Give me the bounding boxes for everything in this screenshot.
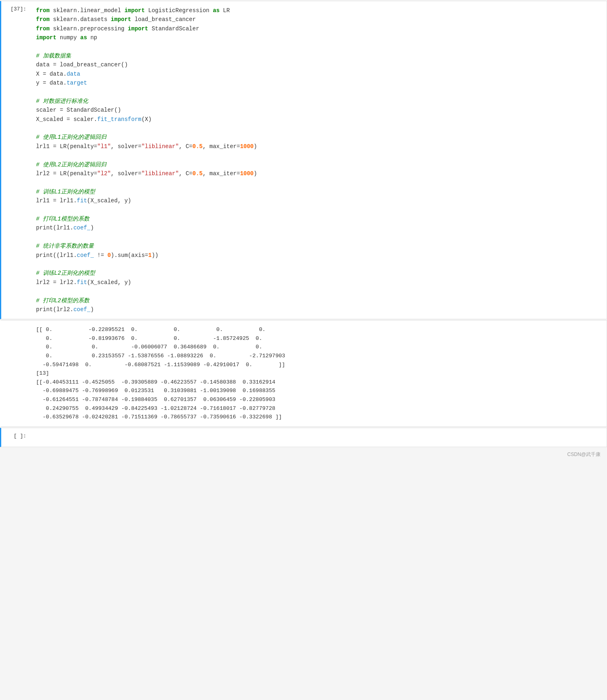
code-line <box>36 124 600 133</box>
code-line: scaler = StandardScaler() <box>36 106 600 115</box>
code-line: import numpy as np <box>36 33 600 42</box>
code-line <box>36 151 600 160</box>
code-line: X = data.data <box>36 70 600 78</box>
code-line: # 统计非零系数的数量 <box>36 242 600 250</box>
code-line: # 训练L2正则化的模型 <box>36 269 600 278</box>
empty-cell-label: [ ]: <box>1 428 30 447</box>
code-line: y = data.target <box>36 78 600 87</box>
code-line: lrl2 = LR(penalty="l2", solver="liblinea… <box>36 169 600 178</box>
code-line: print(lrl1.coef_) <box>36 223 600 232</box>
watermark: CSDN@武千康 <box>0 448 607 461</box>
cell-37-label: [37]: <box>1 1 30 319</box>
code-line: data = load_breast_cancer() <box>36 60 600 69</box>
code-line: lrl1 = lrl1.fit(X_scaled, y) <box>36 196 600 205</box>
code-line: # 对数据进行标准化 <box>36 97 600 106</box>
code-line <box>36 233 600 242</box>
code-line: from sklearn.datasets import load_breast… <box>36 15 600 24</box>
code-line: # 打印L1模型的系数 <box>36 214 600 223</box>
code-line <box>36 178 600 187</box>
code-line: # 训练L1正则化的模型 <box>36 187 600 196</box>
code-line: from sklearn.linear_model import Logisti… <box>36 6 600 15</box>
cell-output-label <box>1 320 30 426</box>
notebook: [37]: from sklearn.linear_model import L… <box>0 1 607 700</box>
empty-cell-content[interactable] <box>30 428 607 447</box>
code-line: X_scaled = scaler.fit_transform(X) <box>36 115 600 124</box>
code-line: # 使用L2正则化的逻辑回归 <box>36 160 600 169</box>
cell-37-code[interactable]: from sklearn.linear_model import Logisti… <box>30 1 607 319</box>
code-line: # 加载数据集 <box>36 51 600 60</box>
code-line <box>36 287 600 296</box>
code-line: print((lrl1.coef_ != 0).sum(axis=1)) <box>36 251 600 260</box>
code-line: from sklearn.preprocessing import Standa… <box>36 24 600 33</box>
code-line: lrl1 = LR(penalty="l1", solver="liblinea… <box>36 142 600 151</box>
empty-cell[interactable]: [ ]: <box>0 428 607 447</box>
code-line <box>36 42 600 51</box>
code-line: lrl2 = lrl2.fit(X_scaled, y) <box>36 278 600 287</box>
code-line: # 使用L1正则化的逻辑回归 <box>36 133 600 142</box>
cell-37-input: [37]: from sklearn.linear_model import L… <box>0 1 607 319</box>
code-line: # 打印L2模型的系数 <box>36 296 600 305</box>
code-line <box>36 206 600 214</box>
code-line: print(lrl2.coef_) <box>36 305 600 314</box>
cell-37-output: [[ 0. -0.22895521 0. 0. 0. 0. 0. -0.8199… <box>0 320 607 427</box>
code-line <box>36 260 600 269</box>
cell-output-text: [[ 0. -0.22895521 0. 0. 0. 0. 0. -0.8199… <box>30 320 607 426</box>
code-line <box>36 88 600 97</box>
